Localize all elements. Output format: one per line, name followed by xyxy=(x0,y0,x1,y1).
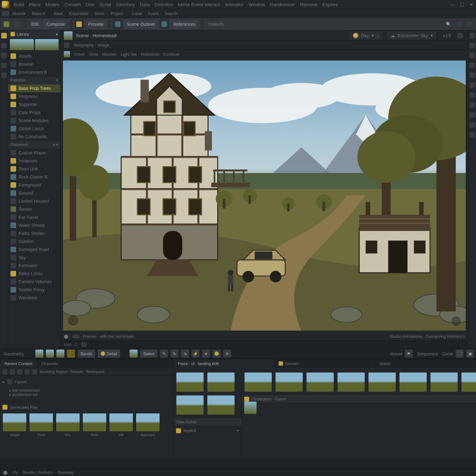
close-icon[interactable]: ▣ xyxy=(466,350,474,358)
menu-item[interactable]: Place xyxy=(26,2,43,7)
bands-chip[interactable]: Bands xyxy=(77,350,95,358)
asset-thumb[interactable] xyxy=(207,372,235,392)
tab-references[interactable]: References xyxy=(170,20,199,29)
asset-thumb[interactable]: Sky xyxy=(56,413,80,437)
sidebar-thumb[interactable] xyxy=(10,39,34,50)
select-chip[interactable]: Select xyxy=(140,350,157,358)
sidebar-item[interactable]: Assets xyxy=(8,52,60,60)
tab-defaults[interactable]: Defaults xyxy=(205,20,227,29)
menu-item[interactable]: Convert xyxy=(62,2,83,7)
menu-item[interactable]: Data xyxy=(137,2,152,7)
tab-compose[interactable]: Compose xyxy=(43,20,68,29)
crumb[interactable]: Light Set xyxy=(121,52,137,57)
asset-thumb[interactable] xyxy=(461,372,476,392)
tool-icon[interactable]: ✎ xyxy=(160,350,168,358)
sidebar-item[interactable]: Ground xyxy=(8,189,60,197)
rail-paint-icon[interactable] xyxy=(1,53,7,58)
sidebar-item[interactable]: Instances xyxy=(8,157,60,165)
sec-item[interactable]: Local xyxy=(129,11,145,16)
expand-icon[interactable]: ⛶ xyxy=(456,350,464,358)
asset-thumb[interactable] xyxy=(368,372,396,392)
flag-icon[interactable]: ⚑ xyxy=(405,350,413,358)
asset-thumb[interactable] xyxy=(176,372,204,392)
tool-icon[interactable]: ↻ xyxy=(170,350,178,358)
nav-gizmo-icon[interactable] xyxy=(67,315,79,326)
tool-icon[interactable]: ⚡ xyxy=(192,350,200,358)
lighting-pill[interactable]: Day ▾ ⌂ xyxy=(349,31,384,40)
sidebar-item[interactable]: Scatter Proxy xyxy=(8,286,60,294)
tab-domain[interactable]: Domain xyxy=(274,359,375,368)
layout-icon[interactable] xyxy=(74,20,84,29)
close-icon[interactable]: ✕ xyxy=(467,2,476,7)
tab-channels[interactable]: Channels xyxy=(37,359,63,368)
thumb-chip[interactable] xyxy=(46,350,54,358)
tool-icon[interactable]: ★ xyxy=(202,350,210,358)
sec-item[interactable]: Module xyxy=(9,11,29,16)
asset-thumb[interactable]: Main xyxy=(82,413,107,437)
viewport[interactable] xyxy=(63,60,466,331)
tab-place[interactable]: Place · id · landing drift xyxy=(174,359,274,368)
filter-icon[interactable] xyxy=(32,369,37,374)
rail-plugin-icon[interactable] xyxy=(469,102,475,108)
settings-icon[interactable] xyxy=(454,20,464,29)
rail-light-icon[interactable] xyxy=(1,73,7,78)
chevron-icon[interactable]: ▸ xyxy=(2,380,5,384)
menu-item[interactable]: Animator xyxy=(223,2,246,7)
rail-plugin-icon[interactable] xyxy=(469,92,475,98)
rail-history-icon[interactable] xyxy=(469,43,475,48)
menu-item[interactable]: Direction xyxy=(152,2,175,7)
menu-item[interactable]: Modes xyxy=(43,2,62,7)
asset-thumb[interactable] xyxy=(207,395,235,415)
asset-thumb[interactable]: Approach xyxy=(136,413,160,437)
thumb-chip[interactable] xyxy=(35,350,43,358)
home-icon[interactable] xyxy=(2,11,9,16)
tab-recent[interactable]: Recent Content xyxy=(0,359,37,368)
sec-item[interactable]: Make it xyxy=(29,11,48,16)
rail-terrain-icon[interactable] xyxy=(1,63,7,68)
sidebar-item[interactable]: Programs xyxy=(8,92,60,100)
menu-item[interactable]: Build xyxy=(11,2,26,7)
sidebar-item[interactable]: Water Sheets xyxy=(8,221,60,229)
rail-plugin-icon[interactable] xyxy=(469,82,475,88)
sidebar-item[interactable]: Ear Turret xyxy=(8,213,60,221)
sidebar-item[interactable]: Browse xyxy=(8,60,60,68)
sidebar-item[interactable]: No Constraints xyxy=(8,133,60,141)
reset-label[interactable]: Reset xyxy=(390,351,402,356)
thumb-chip[interactable] xyxy=(56,350,64,358)
asset-thumb[interactable] xyxy=(430,372,458,392)
search-icon[interactable]: 🔍 xyxy=(444,20,453,29)
grid-icon[interactable] xyxy=(113,20,122,29)
sidebar-item[interactable]: Rock Cluster B xyxy=(8,173,60,181)
menu-item[interactable]: Window xyxy=(246,2,267,7)
sec-item[interactable]: Skins xyxy=(91,11,108,16)
asset-thumb[interactable] xyxy=(337,372,365,392)
sidebar-item[interactable]: Damaged Road xyxy=(8,245,60,253)
gear-icon[interactable] xyxy=(456,31,465,40)
panel-toggle-icon[interactable] xyxy=(465,20,474,29)
asset-thumb[interactable] xyxy=(306,372,334,392)
sidebar-item[interactable]: Environment B xyxy=(8,68,60,76)
asset-thumb[interactable] xyxy=(399,372,427,392)
menu-item[interactable]: Explore xyxy=(320,2,341,7)
tool-icon[interactable]: ⇲ xyxy=(181,350,189,358)
asset-thumb[interactable]: Hill xyxy=(109,413,133,437)
save-icon[interactable] xyxy=(2,20,11,29)
sidebar-item[interactable]: Base Prop Trees xyxy=(8,84,60,92)
asset-thumb[interactable]: Field xyxy=(29,413,53,437)
sidebar-item[interactable]: Terrain xyxy=(8,205,60,213)
rail-help-icon[interactable] xyxy=(469,63,475,68)
crumb[interactable]: Area xyxy=(90,52,98,57)
filter-icon[interactable] xyxy=(25,369,30,374)
asset-thumb[interactable] xyxy=(244,372,272,392)
sidebar-section[interactable]: Favorites▾ xyxy=(8,77,60,84)
sec-item[interactable]: Event xyxy=(145,11,161,16)
sidebar-thumb[interactable] xyxy=(35,39,59,50)
sec-item[interactable]: Exportable xyxy=(66,11,91,16)
rail-plugin-icon[interactable] xyxy=(469,112,475,118)
grid-icon[interactable] xyxy=(2,369,7,374)
crumb[interactable]: Cover xyxy=(74,52,85,57)
minimize-icon[interactable]: — xyxy=(448,2,457,7)
sidebar-item[interactable]: Limited Housed xyxy=(8,197,60,205)
rail-layers-icon[interactable] xyxy=(1,43,7,48)
sec-item[interactable]: Base xyxy=(51,11,66,16)
